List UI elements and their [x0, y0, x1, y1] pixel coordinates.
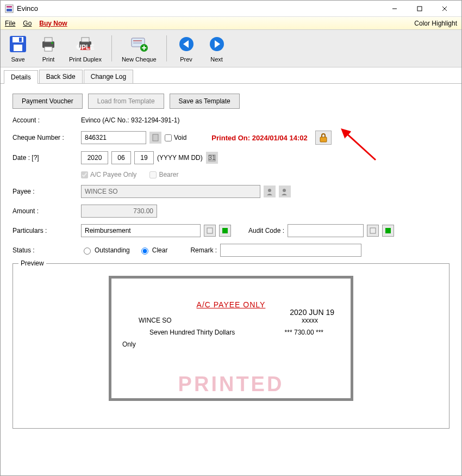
audit-code-input[interactable]	[288, 224, 364, 237]
tab-strip: Details Back Side Change Log	[1, 67, 461, 84]
preview-printed-watermark: PRINTED	[111, 373, 351, 396]
preview-xxxxx: xxxxx	[302, 317, 318, 324]
app-window: Evinco File Go Buy Now Color Highlight S…	[0, 0, 462, 476]
particulars-label: Particulars :	[13, 227, 78, 234]
audit-code-label: Audit Code :	[248, 227, 284, 234]
menu-go[interactable]: Go	[23, 20, 32, 27]
print-button[interactable]: Print	[36, 33, 60, 64]
svg-rect-35	[207, 228, 213, 233]
svg-rect-38	[385, 228, 391, 233]
svg-rect-4	[417, 7, 422, 11]
remark-label: Remark :	[190, 246, 217, 254]
status-label: Status :	[13, 246, 78, 254]
preview-fieldset: Preview A/C PAYEE ONLY 2020 JUN 19 WINCE…	[13, 263, 449, 429]
cheque-preview: A/C PAYEE ONLY 2020 JUN 19 WINCE SO xxxx…	[109, 276, 353, 401]
particulars-pick-button[interactable]	[204, 225, 216, 237]
payee-input[interactable]	[81, 185, 260, 198]
menu-buy-now[interactable]: Buy Now	[39, 20, 67, 27]
bearer-checkbox[interactable]: Bearer	[149, 171, 178, 178]
titlebar: Evinco	[1, 1, 461, 17]
tab-change-log[interactable]: Change Log	[84, 70, 133, 83]
date-day-input[interactable]	[134, 151, 154, 164]
cheque-number-pick-button[interactable]	[149, 132, 161, 144]
next-icon	[207, 34, 227, 54]
payment-voucher-button[interactable]: Payment Voucher	[13, 94, 83, 109]
maximize-button[interactable]	[407, 1, 432, 17]
lock-button[interactable]	[315, 131, 332, 145]
preview-date: 2020 JUN 19	[290, 308, 334, 317]
svg-rect-30	[320, 137, 327, 142]
svg-rect-10	[19, 38, 22, 42]
print-duplex-button[interactable]: DUPLEX Print Duplex	[67, 33, 104, 64]
preview-legend: Preview	[18, 259, 46, 267]
particulars-add-button[interactable]	[219, 225, 231, 237]
date-month-input[interactable]	[111, 151, 131, 164]
next-button[interactable]: Next	[205, 33, 229, 64]
svg-point-33	[268, 189, 271, 192]
svg-rect-29	[153, 134, 158, 141]
audit-code-add-button[interactable]	[382, 225, 394, 237]
tab-back-side[interactable]: Back Side	[39, 70, 83, 83]
account-value: Evinco (A/C No.: 932-1294-391-1)	[81, 116, 179, 124]
svg-rect-2	[7, 9, 12, 11]
toolbar: Save Print DUPLEX Print Duplex New Chequ…	[1, 30, 461, 67]
status-outstanding-radio[interactable]: Outstanding	[81, 246, 130, 255]
ac-payee-only-checkbox[interactable]: A/C Payee Only	[81, 171, 136, 178]
printed-on-label: Printed On: 2024/01/04 14:02	[211, 134, 307, 142]
status-clear-radio[interactable]: Clear	[139, 246, 168, 255]
payee-add-button[interactable]	[279, 186, 291, 197]
prev-icon	[177, 34, 196, 54]
new-cheque-button[interactable]: New Cheque	[120, 33, 159, 64]
svg-rect-37	[370, 228, 376, 233]
load-template-button[interactable]: Load from Template	[88, 94, 164, 109]
window-title: Evinco	[17, 4, 382, 13]
payee-lookup-button[interactable]	[264, 186, 276, 197]
svg-text:DUPLEX: DUPLEX	[76, 44, 95, 51]
svg-point-34	[283, 189, 286, 192]
tab-details[interactable]: Details	[4, 70, 38, 84]
payee-label: Payee :	[13, 188, 78, 195]
remark-input[interactable]	[220, 244, 361, 257]
close-button[interactable]	[432, 1, 457, 17]
svg-rect-36	[222, 228, 228, 233]
date-format-hint: (YYYY MM DD)	[157, 154, 203, 162]
prev-button[interactable]: Prev	[174, 33, 198, 64]
void-checkbox[interactable]: Void	[165, 134, 186, 141]
preview-only: Only	[122, 341, 340, 348]
preview-amount-words: Seven Hundred Thirty Dollars	[149, 329, 285, 336]
save-icon	[8, 34, 28, 54]
audit-code-pick-button[interactable]	[367, 225, 379, 237]
svg-rect-9	[14, 45, 22, 51]
lock-icon	[319, 133, 328, 143]
window-controls	[382, 1, 457, 17]
person-add-icon	[281, 188, 289, 195]
svg-rect-1	[7, 6, 12, 8]
amount-label: Amount :	[13, 207, 78, 215]
app-icon	[5, 4, 14, 13]
preview-payee: WINCE SO	[139, 317, 302, 324]
save-template-button[interactable]: Save as Template	[170, 94, 240, 109]
date-year-input[interactable]	[81, 151, 108, 164]
account-label: Account :	[13, 116, 78, 124]
svg-point-14	[52, 42, 53, 44]
cheque-number-label: Cheque Number :	[13, 134, 78, 141]
svg-rect-12	[45, 38, 52, 42]
svg-rect-13	[45, 47, 52, 51]
new-cheque-icon	[129, 34, 149, 54]
details-panel: Payment Voucher Load from Template Save …	[1, 84, 461, 475]
print-icon	[39, 34, 58, 54]
menu-file[interactable]: File	[5, 20, 15, 27]
print-duplex-icon: DUPLEX	[76, 34, 95, 54]
menubar: File Go Buy Now Color Highlight	[1, 17, 461, 30]
color-highlight-label[interactable]: Color Highlight	[414, 20, 457, 27]
svg-text:31: 31	[208, 154, 216, 162]
particulars-input[interactable]	[81, 224, 201, 237]
cheque-number-input[interactable]	[81, 131, 146, 144]
amount-input[interactable]	[81, 205, 157, 218]
person-icon	[266, 188, 273, 195]
minimize-button[interactable]	[382, 1, 407, 17]
date-picker-button[interactable]: 31	[206, 152, 218, 164]
svg-rect-16	[82, 38, 89, 42]
date-label: Date : [?]	[13, 154, 78, 162]
save-button[interactable]: Save	[6, 33, 30, 64]
